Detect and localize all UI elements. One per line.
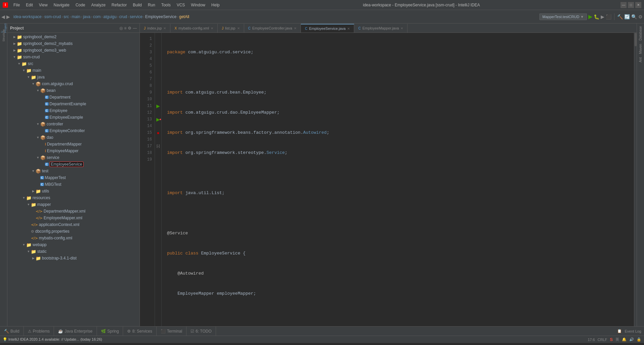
breadcrumb-atguigu[interactable]: atguigu <box>103 14 116 19</box>
tree-item-department[interactable]: C Department <box>7 94 140 101</box>
tree-item-controller[interactable]: ▼ 📦 controller <box>7 121 140 127</box>
minimize-panel-icon[interactable]: — <box>133 26 137 31</box>
close-button[interactable]: ✕ <box>635 2 641 8</box>
window-controls[interactable]: — □ ✕ <box>621 2 641 8</box>
spring-tab[interactable]: 🌿 Spring <box>97 327 123 336</box>
tree-item-dao[interactable]: ▼ 📦 dao <box>7 134 140 141</box>
java-enterprise-tab[interactable]: ☕ Java Enterprise <box>54 327 97 336</box>
panel-icons[interactable]: ◎ ≡ ⚙ — <box>119 26 137 31</box>
project-tree[interactable]: ▶ 📁 springboot_demo2 ▶ 📁 springboot_demo… <box>7 33 140 326</box>
tree-item-webapp[interactable]: ▼ 📁 webapp <box>7 241 140 248</box>
search-everywhere-button[interactable]: 🔍 <box>631 14 637 19</box>
breadcrumb-module[interactable]: ssm-crud <box>44 14 61 19</box>
ant-tab[interactable]: Ant <box>638 56 643 64</box>
tree-item-employee-service[interactable]: C EmployeeService <box>7 161 140 168</box>
run-config-selector[interactable]: MapperTest.testCRUD ▼ <box>539 13 587 20</box>
tree-item-mybatis-config[interactable]: ≺/≻ mybatis-config.xml <box>7 235 140 241</box>
code-editor[interactable]: 1 2 3 4 5 6 7 8 9 10 11 12 13 14 15 16 1… <box>140 33 637 326</box>
coverage-button[interactable]: ▶ <box>601 14 604 19</box>
scrollbar-thumb[interactable] <box>635 33 637 46</box>
tree-item-employee[interactable]: C Employee <box>7 107 140 114</box>
build-tab[interactable]: 🔨 Build <box>0 327 24 336</box>
tree-item-mbgtest[interactable]: C MBGTest <box>7 181 140 188</box>
breakpoint-icon[interactable]: ● <box>157 129 159 136</box>
services-tab[interactable]: ⚙ 8: Services <box>123 327 156 336</box>
tree-item-employee-mapper-xml[interactable]: ≺/≻ EmployeeMapper.xml <box>7 215 140 221</box>
menu-bar[interactable]: File Edit View Navigate Code Analyze Ref… <box>11 1 222 9</box>
code-content[interactable]: package com.atguigu.crud.service; import… <box>162 33 634 326</box>
menu-edit[interactable]: Edit <box>23 1 36 9</box>
fold-icon[interactable]: [-] <box>157 143 160 150</box>
menu-run[interactable]: Run <box>145 1 158 9</box>
menu-help[interactable]: Help <box>209 1 222 9</box>
todo-tab[interactable]: ☑ 6: TODO <box>186 327 216 336</box>
tree-item-src[interactable]: ▼ 📁 src <box>7 60 140 67</box>
tree-item-mapper[interactable]: ▼ 📁 mapper <box>7 201 140 208</box>
locate-icon[interactable]: ◎ <box>119 26 123 31</box>
tree-item-service[interactable]: ▼ 📦 service <box>7 154 140 161</box>
stop-button[interactable]: ⬛ <box>606 14 611 19</box>
tree-item-ssm-crud[interactable]: ▼ 📁 ssm-crud <box>7 54 140 60</box>
breadcrumb-main[interactable]: main <box>71 14 80 19</box>
menu-navigate[interactable]: Navigate <box>51 1 72 9</box>
tree-item-employee-mapper-interface[interactable]: I EmployeeMapper <box>7 148 140 154</box>
toolbar-right[interactable]: MapperTest.testCRUD ▼ ▶ 🐛 ▶ ⬛ 🔨 🔄 🔍 ⚙ <box>539 13 643 20</box>
breadcrumb-java[interactable]: java <box>83 14 90 19</box>
tree-item-utils[interactable]: ▶ 📁 utils <box>7 188 140 194</box>
tree-item-employee-example[interactable]: C EmployeeExample <box>7 114 140 121</box>
build-button[interactable]: 🔨 <box>617 14 623 19</box>
breadcrumb-class[interactable]: EmployeeService <box>145 14 176 19</box>
tab-close-icon[interactable]: ✕ <box>294 26 297 30</box>
tree-item-com-atguigu-crud[interactable]: ▼ 📦 com.atguigu.crud <box>7 80 140 87</box>
tree-item-department-mapper[interactable]: I DepartmentMapper <box>7 141 140 148</box>
maven-tab[interactable]: Maven <box>638 43 643 55</box>
problems-tab[interactable]: ⚠ Problems <box>24 327 54 336</box>
menu-window[interactable]: Window <box>188 1 208 9</box>
menu-view[interactable]: View <box>36 1 50 9</box>
breadcrumb-com[interactable]: com <box>93 14 101 19</box>
settings-button[interactable]: ⚙ <box>638 14 643 19</box>
breakpoint-icon[interactable]: ● <box>159 116 161 123</box>
minimize-button[interactable]: — <box>621 2 627 8</box>
vertical-scrollbar[interactable] <box>634 33 637 326</box>
tab-list-jsp[interactable]: J list.jsp ✕ <box>218 24 244 33</box>
tree-item-main[interactable]: ▼ 📁 main <box>7 67 140 74</box>
tree-item-bootstrap[interactable]: ▶ 📁 bootstrap-3.4.1-dist <box>7 255 140 262</box>
settings-icon[interactable]: ⚙ <box>128 26 131 31</box>
menu-refactor[interactable]: Refactor <box>109 1 129 9</box>
tree-item-springboot-demo2[interactable]: ▶ 📁 springboot_demo2 <box>7 34 140 40</box>
tree-item-department-mapper-xml[interactable]: ≺/≻ DepartmentMapper.xml <box>7 208 140 215</box>
run-gutter-icon[interactable]: ▶ <box>156 103 160 109</box>
breadcrumb-src[interactable]: src <box>63 14 69 19</box>
tree-item-bean[interactable]: ▼ 📦 bean <box>7 87 140 94</box>
tab-mybatis-config[interactable]: X mybatis-config.xml ✕ <box>170 24 218 33</box>
tab-close-icon[interactable]: ✕ <box>211 26 213 30</box>
breadcrumb-workspace[interactable]: idea-workspace <box>13 14 42 19</box>
tree-item-static[interactable]: ▼ 📁 static <box>7 248 140 255</box>
nav-back-icon[interactable]: ◀ <box>1 14 5 19</box>
debug-button[interactable]: 🐛 <box>594 14 599 19</box>
tab-close-icon[interactable]: ✕ <box>347 27 350 31</box>
tree-item-springboot-demo2-mybatis[interactable]: ▶ 📁 springboot_demo2_mybatis <box>7 40 140 47</box>
menu-analyze[interactable]: Analyze <box>89 1 108 9</box>
tree-item-java[interactable]: ▼ 📁 java <box>7 74 140 80</box>
menu-build[interactable]: Build <box>130 1 145 9</box>
nav-forward-icon[interactable]: ▶ <box>6 14 10 19</box>
tree-item-resources[interactable]: ▼ 📁 resources <box>7 194 140 201</box>
breadcrumb-method[interactable]: getAll <box>179 14 189 19</box>
tab-employee-mapper[interactable]: C EmployeeMapper.java ✕ <box>354 24 408 33</box>
tree-item-springboot-demo3-web[interactable]: ▶ 📁 springboot_demo3_web <box>7 47 140 54</box>
structure-icon[interactable]: Structure <box>0 32 7 39</box>
tab-close-icon[interactable]: ✕ <box>163 26 166 30</box>
tab-close-icon[interactable]: ✕ <box>400 26 403 30</box>
sync-button[interactable]: 🔄 <box>624 14 630 19</box>
run-button[interactable]: ▶ <box>588 13 592 20</box>
tab-index-jsp[interactable]: J index.jsp ✕ <box>140 24 170 33</box>
menu-file[interactable]: File <box>11 1 22 9</box>
menu-vcs[interactable]: VCS <box>174 1 188 9</box>
tab-employee-controller[interactable]: C EmployeeController.java ✕ <box>244 24 301 33</box>
breadcrumb-service[interactable]: service <box>130 14 143 19</box>
tab-close-icon[interactable]: ✕ <box>237 26 240 30</box>
tab-employee-service[interactable]: C EmployeeService.java ✕ <box>301 24 354 33</box>
maximize-button[interactable]: □ <box>628 2 634 8</box>
